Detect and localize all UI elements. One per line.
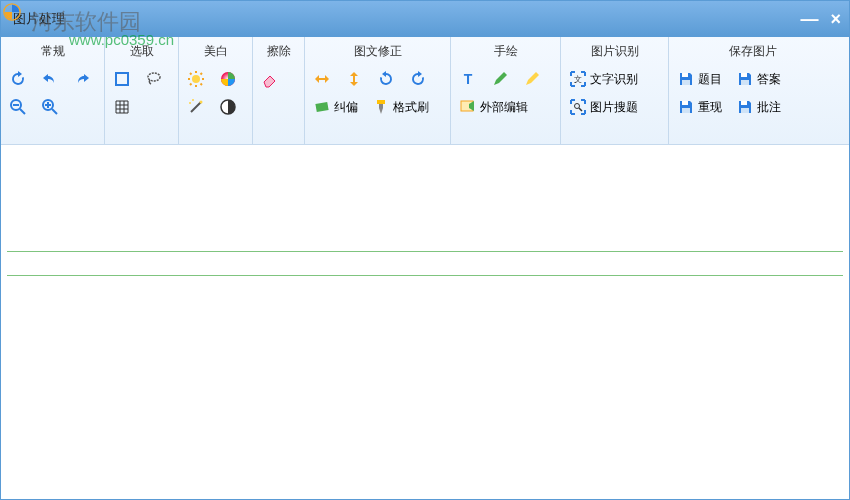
group-header-correct: 图文修正: [311, 37, 444, 64]
undo-icon: [41, 70, 59, 88]
group-header-hand: 手绘: [457, 37, 554, 64]
svg-rect-42: [741, 80, 749, 85]
svg-rect-41: [741, 73, 747, 77]
rect-select-button[interactable]: [111, 68, 133, 90]
image-search-button[interactable]: 图片搜题: [567, 96, 640, 118]
window-title: 图片处理: [13, 10, 65, 28]
svg-rect-40: [682, 80, 690, 85]
refresh-button[interactable]: [7, 68, 29, 90]
text-recog-button[interactable]: 文文字识别: [567, 68, 640, 90]
svg-point-31: [192, 99, 194, 101]
group-header-select: 选取: [111, 37, 172, 64]
save-reproduce-label: 重现: [698, 99, 722, 116]
deskew-icon: [313, 98, 331, 116]
save-answer-label: 答案: [757, 71, 781, 88]
image-search-icon: [569, 98, 587, 116]
lasso-select-button[interactable]: [143, 68, 165, 90]
rotate-ccw-button[interactable]: [375, 68, 397, 90]
svg-rect-44: [682, 108, 690, 113]
lasso-icon: [145, 70, 163, 88]
ribbon: 常规 选取 美白: [1, 37, 849, 145]
external-edit-icon: [459, 98, 477, 116]
highlighter-button[interactable]: [521, 68, 543, 90]
arrow-left-right-button[interactable]: [311, 68, 333, 90]
save-icon: [677, 70, 695, 88]
image-search-label: 图片搜题: [590, 99, 638, 116]
eraser-icon: [261, 70, 279, 88]
save-topic-button[interactable]: 题目: [675, 68, 724, 90]
canvas-area: [1, 145, 849, 499]
svg-rect-39: [682, 73, 688, 77]
svg-rect-43: [682, 101, 688, 105]
pencil-icon: [491, 70, 509, 88]
guide-line-2: [7, 275, 843, 276]
wand-button[interactable]: [185, 96, 207, 118]
color-button[interactable]: [217, 68, 239, 90]
refresh-icon: [9, 70, 27, 88]
rotate-cw-button[interactable]: [407, 68, 429, 90]
group-header-save: 保存图片: [675, 37, 831, 64]
brightness-button[interactable]: [185, 68, 207, 90]
svg-line-26: [201, 73, 203, 75]
rotate-cw-icon: [409, 70, 427, 88]
minimize-button[interactable]: —: [800, 9, 818, 30]
save-annotate-button[interactable]: 批注: [734, 96, 783, 118]
svg-rect-33: [315, 102, 328, 112]
external-edit-button[interactable]: 外部编辑: [457, 96, 530, 118]
svg-line-38: [579, 108, 582, 111]
grid-icon: [113, 98, 131, 116]
svg-line-5: [52, 109, 57, 114]
svg-rect-45: [741, 101, 747, 105]
undo-button[interactable]: [39, 68, 61, 90]
arrow-up-down-button[interactable]: [343, 68, 365, 90]
deskew-button[interactable]: 纠偏: [311, 96, 360, 118]
svg-line-25: [190, 84, 192, 86]
formatbrush-button[interactable]: 格式刷: [370, 96, 431, 118]
eraser-button[interactable]: [259, 68, 281, 90]
guide-line-1: [7, 251, 843, 252]
svg-point-9: [148, 73, 160, 81]
rotate-ccw-icon: [377, 70, 395, 88]
close-button[interactable]: ×: [830, 9, 841, 30]
zoom-out-button[interactable]: [7, 96, 29, 118]
svg-rect-46: [741, 108, 749, 113]
save-icon-4: [736, 98, 754, 116]
sun-icon: [187, 70, 205, 88]
redo-icon: [73, 70, 91, 88]
wand-icon: [187, 98, 205, 116]
save-icon-3: [677, 98, 695, 116]
save-annotate-label: 批注: [757, 99, 781, 116]
text-icon: T: [459, 70, 477, 88]
text-tool-button[interactable]: T: [457, 68, 479, 90]
svg-point-18: [192, 75, 200, 83]
group-header-whiten: 美白: [185, 37, 246, 64]
svg-point-29: [200, 101, 203, 104]
text-recog-icon: 文: [569, 70, 587, 88]
group-header-erase: 擦除: [259, 37, 298, 64]
svg-line-28: [191, 102, 201, 112]
contrast-icon: [219, 98, 237, 116]
external-edit-label: 外部编辑: [480, 99, 528, 116]
svg-point-30: [189, 102, 191, 104]
arrow-lr-icon: [313, 70, 331, 88]
svg-line-2: [20, 109, 25, 114]
zoom-in-button[interactable]: [39, 96, 61, 118]
save-reproduce-button[interactable]: 重现: [675, 96, 724, 118]
contrast-button[interactable]: [217, 96, 239, 118]
save-topic-label: 题目: [698, 71, 722, 88]
titlebar: 图片处理 — ×: [1, 1, 849, 37]
formatbrush-icon: [372, 98, 390, 116]
save-answer-button[interactable]: 答案: [734, 68, 783, 90]
redo-button[interactable]: [71, 68, 93, 90]
save-icon-2: [736, 70, 754, 88]
formatbrush-label: 格式刷: [393, 99, 429, 116]
text-recog-label: 文字识别: [590, 71, 638, 88]
grid-button[interactable]: [111, 96, 133, 118]
color-wheel-icon: [219, 70, 237, 88]
pencil-button[interactable]: [489, 68, 511, 90]
zoom-in-icon: [41, 98, 59, 116]
svg-rect-8: [116, 73, 128, 85]
svg-line-24: [201, 84, 203, 86]
svg-text:文: 文: [574, 75, 582, 84]
svg-line-23: [190, 73, 192, 75]
